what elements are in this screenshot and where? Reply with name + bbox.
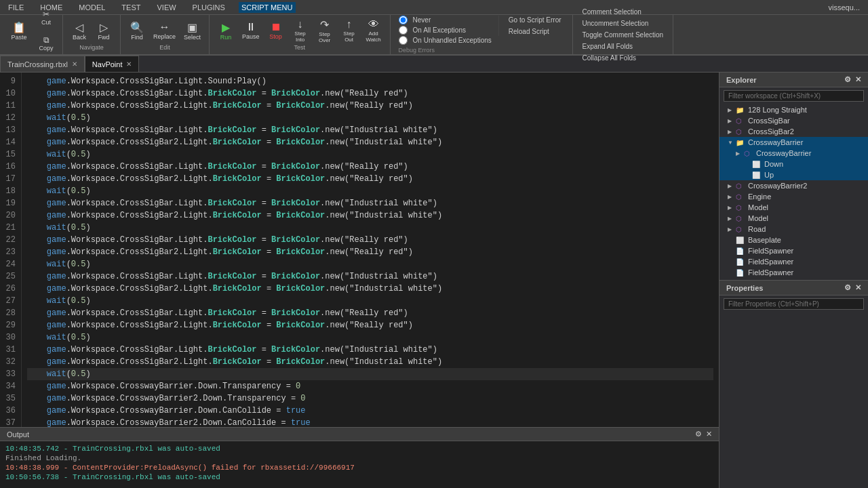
- tree-arrow-engine: ▶: [728, 194, 736, 200]
- menu-script-menu[interactable]: SCRIPT MENU: [239, 2, 296, 13]
- line-number: 37: [3, 417, 16, 427]
- step-out-button[interactable]: ↑ StepOut: [338, 18, 360, 43]
- tree-icon-engine: ⬡: [736, 193, 745, 201]
- code-line: game.Workspace.CrosswayBarrier2.Down.Can…: [27, 417, 713, 427]
- code-line: game.Workspace.CrossSigBar2.Light.BrickC…: [27, 319, 713, 331]
- properties-filter-input[interactable]: [724, 298, 864, 310]
- tree-item-engine[interactable]: ▶ ⬡ Engine: [719, 191, 868, 202]
- tree-icon-down: ⬜: [752, 161, 762, 168]
- tree-item-model2[interactable]: ▶ ⬡ Model: [719, 213, 868, 224]
- toggle-comment-button[interactable]: Toggle Comment Selection: [580, 30, 667, 39]
- cut-icon: ✂: [43, 9, 50, 19]
- run-button[interactable]: ▶ Run: [215, 18, 237, 43]
- code-container[interactable]: 9101112131415161718192021222324252627282…: [0, 73, 719, 427]
- menu-model[interactable]: MODEL: [76, 2, 108, 13]
- tree-item-crosswaybarrier-child[interactable]: ▶ ⬡ CrosswayBarrier: [719, 148, 868, 159]
- code-line: game.Workspace.CrossSigBar.Light.BrickCo…: [27, 270, 713, 283]
- tree-item-128-long[interactable]: ▶ 📁 128 Long Straight: [719, 104, 868, 115]
- tree-arrow-crosswaybarrier: ▼: [728, 140, 736, 146]
- user-info: vissequ...: [826, 2, 863, 13]
- pause-button[interactable]: ⏸ Pause: [239, 18, 262, 43]
- tree-arrow-crosssigbar: ▶: [728, 118, 736, 124]
- explorer-filter-input[interactable]: [724, 90, 864, 102]
- go-to-error-button[interactable]: Go to Script Error: [506, 16, 564, 24]
- code-content[interactable]: game.Workspace.CrossSigBar.Light.Sound:P…: [22, 73, 719, 427]
- paste-button[interactable]: 📋 Paste: [5, 16, 33, 45]
- tree-item-road[interactable]: ▶ ⬡ Road: [719, 224, 868, 235]
- tree-item-model1[interactable]: ▶ ⬡ Model: [719, 202, 868, 213]
- tree-item-fieldspawner2[interactable]: 📄 FieldSpawner: [719, 256, 868, 267]
- find-button[interactable]: 🔍 Find: [126, 18, 148, 43]
- menu-view[interactable]: VIEW: [154, 2, 178, 13]
- back-button[interactable]: ◁ Back: [68, 18, 90, 43]
- test-section: ▶ Run ⏸ Pause ⏹ Stop ↓ StepInto ↷ StepOv…: [210, 15, 391, 54]
- tree-icon-fieldspawner3: 📄: [736, 269, 745, 277]
- debug-unhandled-radio[interactable]: [399, 36, 408, 45]
- tree-item-crosswaybarrier[interactable]: ▼ 📁 CrosswayBarrier: [719, 137, 868, 148]
- step-into-button[interactable]: ↓ StepInto: [290, 18, 311, 43]
- tab-navpoint-close[interactable]: ✕: [126, 60, 132, 68]
- output-close-icon[interactable]: ✕: [706, 430, 712, 439]
- properties-header: Properties ⚙ ✕: [719, 280, 868, 296]
- pause-icon: ⏸: [245, 21, 256, 33]
- code-line: game.Workspace.CrossSigBar.Light.BrickCo…: [27, 161, 713, 173]
- fwd-button[interactable]: ▷ Fwd: [93, 18, 115, 43]
- tree-item-crosswaybarrier2[interactable]: ▶ ⬡ CrosswayBarrier2: [719, 180, 868, 191]
- output-title: Output: [7, 430, 29, 439]
- tree-icon-fieldspawner1: 📄: [736, 247, 745, 255]
- menu-bar: FILE HOME MODEL TEST VIEW PLUGINS SCRIPT…: [0, 0, 868, 15]
- reload-script-button[interactable]: Reload Script: [506, 27, 564, 36]
- tree-item-crosssigbar[interactable]: ▶ ⬡ CrossSigBar: [719, 115, 868, 126]
- tree-label-crosswaybarrier: CrosswayBarrier: [748, 138, 803, 146]
- output-header: Output ⚙ ✕: [0, 428, 719, 441]
- tab-navpoint[interactable]: NavPoint ✕: [85, 56, 140, 72]
- debug-all-exceptions-radio[interactable]: [399, 26, 408, 35]
- copy-icon: ⧉: [43, 35, 50, 45]
- explorer-close-icon[interactable]: ✕: [855, 75, 861, 84]
- uncomment-selection-button[interactable]: Uncomment Selection: [580, 19, 667, 28]
- output-content: 10:48:35.742 - TrainCrossing.rbxl was au…: [0, 441, 719, 488]
- tree-item-fieldspawner1[interactable]: 📄 FieldSpawner: [719, 245, 868, 256]
- expand-folds-button[interactable]: Expand All Folds: [580, 42, 667, 51]
- collapse-folds-button[interactable]: Collapse All Folds: [580, 54, 667, 62]
- properties-settings-icon[interactable]: ⚙: [844, 283, 851, 292]
- tree-icon-road: ⬡: [736, 226, 745, 233]
- replace-button[interactable]: ↔ Replace: [151, 18, 178, 43]
- tree-item-fieldspawner3[interactable]: 📄 FieldSpawner: [719, 267, 868, 278]
- line-number: 22: [3, 234, 16, 246]
- tree-item-down[interactable]: ⬜ Down: [719, 159, 868, 169]
- add-watch-icon: 👁: [368, 18, 379, 30]
- debug-never-radio[interactable]: [399, 16, 408, 24]
- line-number: 24: [3, 258, 16, 270]
- tree-item-baseplate[interactable]: ⬜ Baseplate: [719, 235, 868, 245]
- step-over-button[interactable]: ↷ StepOver: [314, 18, 336, 43]
- menu-test[interactable]: TEST: [119, 2, 143, 13]
- code-line: game.Workspace.CrossSigBar.Light.BrickCo…: [27, 197, 713, 209]
- tree-icon-up: ⬜: [752, 171, 762, 179]
- copy-button[interactable]: ⧉ Copy: [35, 31, 57, 56]
- output-panel: Output ⚙ ✕ 10:48:35.742 - TrainCrossing.…: [0, 427, 719, 488]
- tree-item-crosssigbar2[interactable]: ▶ ⬡ CrossSigBar2: [719, 126, 868, 137]
- script-actions-section: Comment Selection Uncomment Selection To…: [573, 15, 674, 54]
- tab-traincrossing-close[interactable]: ✕: [72, 60, 77, 68]
- menu-plugins[interactable]: PLUGINS: [190, 2, 228, 13]
- select-button[interactable]: ▣ Select: [181, 18, 203, 43]
- line-number: 35: [3, 392, 16, 405]
- output-settings-icon[interactable]: ⚙: [695, 430, 702, 439]
- code-line: wait(0.5): [27, 112, 713, 124]
- tree-item-up[interactable]: ⬜ Up: [719, 169, 868, 180]
- properties-close-icon[interactable]: ✕: [855, 283, 861, 292]
- line-number: 21: [3, 222, 16, 234]
- comment-selection-button[interactable]: Comment Selection: [580, 7, 667, 16]
- output-line: 10:50:56.738 - TrainCrossing.rbxl was au…: [5, 472, 713, 482]
- tree-label-baseplate: Baseplate: [748, 236, 781, 244]
- tab-traincrossing[interactable]: TrainCrossing.rbxl ✕: [0, 56, 85, 72]
- stop-button[interactable]: ⏹ Stop: [265, 18, 287, 43]
- explorer-settings-icon[interactable]: ⚙: [844, 75, 851, 84]
- line-number: 30: [3, 331, 16, 344]
- tabs-bar: TrainCrossing.rbxl ✕ NavPoint ✕: [0, 56, 868, 73]
- tree-icon-crosswaybarrier: 📁: [736, 139, 745, 146]
- properties-title: Properties: [726, 284, 763, 292]
- cut-button[interactable]: ✂ Cut: [35, 5, 57, 30]
- add-watch-button[interactable]: 👁 AddWatch: [363, 18, 384, 43]
